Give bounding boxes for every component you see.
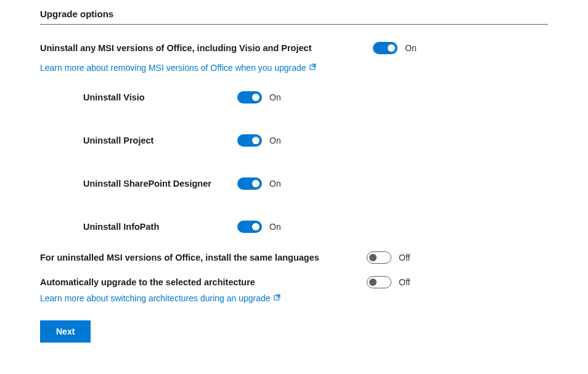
uninstall-infopath-toggle[interactable]: [237, 221, 262, 233]
uninstall-visio-state: On: [269, 92, 281, 102]
uninstall-sharepoint-label: Uninstall SharePoint Designer: [83, 179, 237, 189]
uninstall-project-row: Uninstall Project On: [83, 134, 548, 147]
uninstall-project-label: Uninstall Project: [83, 136, 237, 145]
uninstall-visio-row: Uninstall Visio On: [83, 91, 548, 104]
learn-more-arch-link[interactable]: Learn more about switching architectures…: [40, 293, 281, 303]
uninstall-infopath-state: On: [269, 222, 281, 232]
uninstall-msi-state: On: [405, 43, 417, 53]
uninstall-msi-row: Uninstall any MSI versions of Office, in…: [40, 42, 548, 54]
learn-more-msi-link[interactable]: Learn more about removing MSI versions o…: [40, 63, 317, 73]
uninstall-msi-toggle[interactable]: [373, 42, 398, 54]
next-button[interactable]: Next: [40, 320, 91, 343]
uninstall-project-toggle[interactable]: [237, 134, 262, 147]
divider: [40, 24, 548, 25]
install-languages-label: For uninstalled MSI versions of Office, …: [40, 253, 367, 262]
uninstall-sharepoint-state: On: [269, 179, 281, 189]
auto-upgrade-arch-toggle[interactable]: [367, 276, 391, 288]
auto-upgrade-arch-state: Off: [399, 277, 410, 287]
uninstall-infopath-label: Uninstall InfoPath: [83, 222, 237, 232]
uninstall-visio-label: Uninstall Visio: [83, 92, 237, 102]
install-languages-row: For uninstalled MSI versions of Office, …: [40, 251, 548, 264]
install-languages-toggle[interactable]: [367, 251, 391, 264]
uninstall-sharepoint-toggle[interactable]: [237, 177, 262, 190]
auto-upgrade-arch-row: Automatically upgrade to the selected ar…: [40, 276, 548, 288]
uninstall-sharepoint-row: Uninstall SharePoint Designer On: [83, 177, 548, 190]
uninstall-visio-toggle[interactable]: [237, 91, 262, 104]
uninstall-project-state: On: [269, 136, 281, 145]
uninstall-msi-label: Uninstall any MSI versions of Office, in…: [40, 43, 373, 53]
open-new-window-icon: [309, 63, 317, 73]
install-languages-state: Off: [399, 253, 410, 262]
uninstall-infopath-row: Uninstall InfoPath On: [83, 221, 548, 233]
auto-upgrade-arch-label: Automatically upgrade to the selected ar…: [40, 277, 367, 287]
sub-uninstall-group: Uninstall Visio On Uninstall Project On …: [40, 91, 548, 233]
open-new-window-icon: [273, 293, 281, 303]
section-title: Upgrade options: [40, 9, 548, 19]
